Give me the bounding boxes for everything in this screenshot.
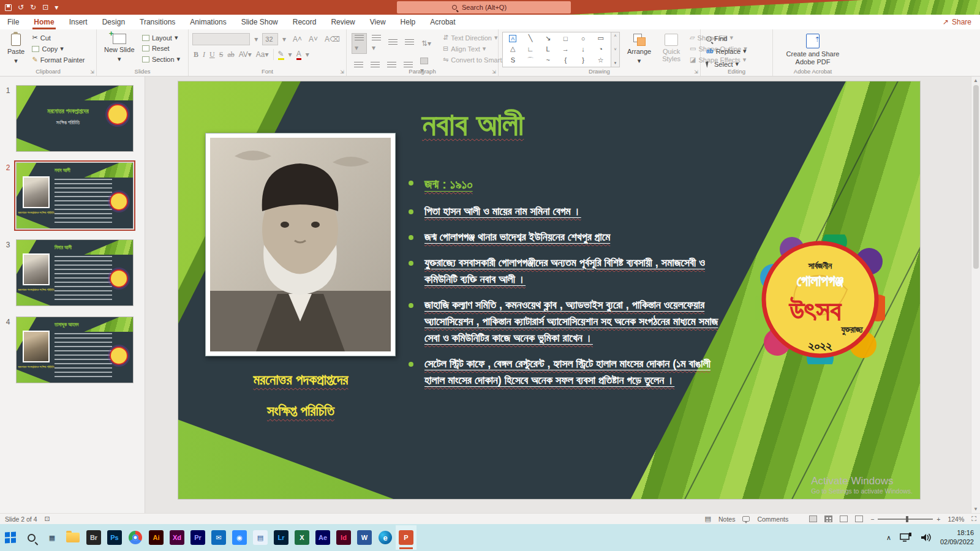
shape-glyph-11[interactable]: ◔ <box>598 45 603 53</box>
tab-insert[interactable]: Insert <box>62 15 95 29</box>
redo-icon[interactable]: ↻ <box>30 3 36 12</box>
shape-glyph-17[interactable]: ☆ <box>598 56 604 64</box>
start-button[interactable] <box>0 525 21 550</box>
shape-glyph-7[interactable]: ∟ <box>527 45 534 53</box>
shape-glyph-2[interactable]: ↘ <box>545 34 551 42</box>
tab-acrobat[interactable]: Acrobat <box>423 15 462 29</box>
undo-icon[interactable]: ↺ <box>18 3 24 12</box>
after-effects[interactable]: Ae <box>312 525 333 550</box>
create-pdf-button[interactable]: Create and ShareAdobe PDF <box>777 32 849 69</box>
slide-editor[interactable]: নবাব আলী জন্ম : ১৯১০পিতা হাসন আলী ও মায়… <box>178 81 920 499</box>
drawing-dialog-launcher[interactable]: ⇲ <box>694 69 698 75</box>
paste-button[interactable]: Paste▾ <box>4 32 28 69</box>
text-highlight-color-button[interactable]: ✎ <box>278 50 284 60</box>
layout-button[interactable]: Layout ▾ <box>140 33 182 42</box>
shape-glyph-8[interactable]: L <box>546 45 550 53</box>
reading-view-button[interactable] <box>840 515 848 522</box>
edge[interactable]: e <box>375 525 396 550</box>
fit-to-window-icon[interactable]: ⛶ <box>971 515 976 523</box>
taskbar-clock[interactable]: 18:16 02/09/2022 <box>940 528 974 547</box>
font-size-box[interactable]: 32 <box>262 33 278 45</box>
scrollbar-thumb[interactable] <box>973 85 979 269</box>
search-box[interactable]: Search (Alt+Q) <box>397 1 571 13</box>
font-name-box[interactable] <box>192 33 250 45</box>
tab-file[interactable]: File <box>0 15 26 29</box>
character-spacing-button[interactable]: AV▾ <box>239 50 252 59</box>
save-icon[interactable] <box>5 4 12 11</box>
excel[interactable]: X <box>292 525 312 550</box>
decrease-indent-button[interactable] <box>386 38 400 49</box>
shape-glyph-3[interactable]: □ <box>564 35 568 42</box>
select-button[interactable]: Select ▾ <box>704 59 748 69</box>
shape-glyph-10[interactable]: ↓ <box>581 45 585 53</box>
slide-thumbnail-4[interactable]: তাসাদ্দুক আহমদ মরনোত্তর পদকপ্রাপ্তদের সং… <box>16 317 134 383</box>
bullets-button[interactable]: ▾ <box>352 33 367 54</box>
font-color-button[interactable]: A <box>296 50 301 60</box>
clipboard-dialog-launcher[interactable]: ⇲ <box>90 69 94 75</box>
slide-thumbnail-3[interactable]: নিসার আলী মরনোত্তর পদকপ্রাপ্তদের সংক্ষিপ… <box>16 239 134 306</box>
shape-glyph-16[interactable]: } <box>582 56 584 64</box>
clear-formatting-button[interactable]: A⌫ <box>322 35 342 43</box>
share-button[interactable]: ↗ Share <box>943 18 971 26</box>
shape-glyph-9[interactable]: → <box>562 45 569 53</box>
tab-home[interactable]: Home <box>26 15 61 29</box>
shape-glyph-15[interactable]: { <box>564 56 567 64</box>
lightroom[interactable]: Lr <box>271 525 292 550</box>
notes-button[interactable]: Notes <box>718 515 735 523</box>
shape-glyph-5[interactable]: ▭ <box>597 34 603 42</box>
task-view-button[interactable]: ▦ <box>42 525 62 550</box>
italic-button[interactable]: I <box>203 50 205 59</box>
shape-gallery[interactable]: A╲↘□○▭△∟L→↓◔S⌒~{}☆ <box>502 32 611 67</box>
hidden-icons-chevron[interactable]: ∧ <box>886 534 891 542</box>
slide-thumbnail-2[interactable]: নবাব আলী মরনোত্তর পদকপ্রাপ্তদের সংক্ষিপ্… <box>16 162 134 229</box>
replace-button[interactable]: abReplace ▾ <box>704 47 748 56</box>
find-button[interactable]: Find <box>704 34 748 43</box>
tab-design[interactable]: Design <box>95 15 132 29</box>
speaker-icon[interactable] <box>921 533 932 542</box>
portrait-photo[interactable] <box>205 133 396 356</box>
bullet-item[interactable]: যুক্তরাজ্যে বসবাসকারী গোলাপগঞ্জীদের অন্য… <box>406 255 731 288</box>
decrease-font-size-button[interactable]: A˅ <box>306 35 320 43</box>
normal-view-button[interactable] <box>809 515 817 522</box>
shape-glyph-13[interactable]: ⌒ <box>527 56 533 65</box>
word[interactable]: W <box>354 525 375 550</box>
section-button[interactable]: Section ▾ <box>140 54 182 64</box>
copy-button[interactable]: Copy ▾ <box>30 44 86 53</box>
quick-styles-button[interactable]: Quick Styles <box>658 32 684 69</box>
shape-gallery-scroll[interactable]: ˄˅▾ <box>611 32 620 67</box>
powerpoint[interactable]: P <box>396 525 417 550</box>
search-button[interactable] <box>21 525 42 550</box>
zoom-slider[interactable]: − + <box>870 515 940 523</box>
bullet-item[interactable]: জাহাজি কল্যাণ সমিতি , কমনওয়েথ ক্লাব , অ… <box>406 297 731 347</box>
indesign[interactable]: Id <box>333 525 354 550</box>
tab-slide-show[interactable]: Slide Show <box>234 15 285 29</box>
calculator[interactable]: ▤ <box>250 525 271 550</box>
tab-record[interactable]: Record <box>285 15 324 29</box>
zoom-level[interactable]: 124% <box>948 515 964 523</box>
illustrator[interactable]: Ai <box>146 525 167 550</box>
mail[interactable]: ✉ <box>208 525 229 550</box>
festival-logo[interactable]: সার্বজনীন গোলাপগঞ্জ উৎসব যুক্তরাজ্য ২০২২ <box>755 234 885 364</box>
network-icon[interactable] <box>900 533 912 542</box>
slideshow-view-button[interactable] <box>855 515 863 522</box>
zoom-out-icon[interactable]: − <box>870 515 874 523</box>
tab-transitions[interactable]: Transitions <box>132 15 183 29</box>
shape-glyph-4[interactable]: ○ <box>581 35 586 42</box>
shape-glyph-6[interactable]: △ <box>510 45 515 53</box>
file-explorer[interactable] <box>62 525 83 550</box>
adobe-xd[interactable]: Xd <box>167 525 187 550</box>
paragraph-dialog-launcher[interactable]: ⇲ <box>492 69 496 75</box>
accessibility-icon[interactable]: ⊡ <box>45 515 50 523</box>
adobe-bridge[interactable]: Br <box>83 525 104 550</box>
line-spacing-button[interactable]: ⇅▾ <box>419 38 434 49</box>
shape-glyph-0[interactable]: A <box>509 35 516 42</box>
bullet-item[interactable]: সেটেল স্ট্রিট কাফে , বেঙ্গল রেস্টুরেন্ট … <box>406 356 731 389</box>
tab-animations[interactable]: Animations <box>183 15 233 29</box>
tab-view[interactable]: View <box>363 15 393 29</box>
start-from-beginning-icon[interactable]: ⊡ <box>42 3 48 12</box>
format-painter-button[interactable]: ✎Format Painter <box>30 55 86 64</box>
bullet-item[interactable]: জন্ম : ১৯১০ <box>406 174 731 194</box>
vertical-scrollbar[interactable]: ▲ ▼ <box>971 77 980 513</box>
photo-caption[interactable]: মরনোত্তর পদকপ্রাপ্তদের সংক্ষিপ্ত পরিচিতি <box>190 364 411 426</box>
zoom[interactable]: ◉ <box>229 525 250 550</box>
